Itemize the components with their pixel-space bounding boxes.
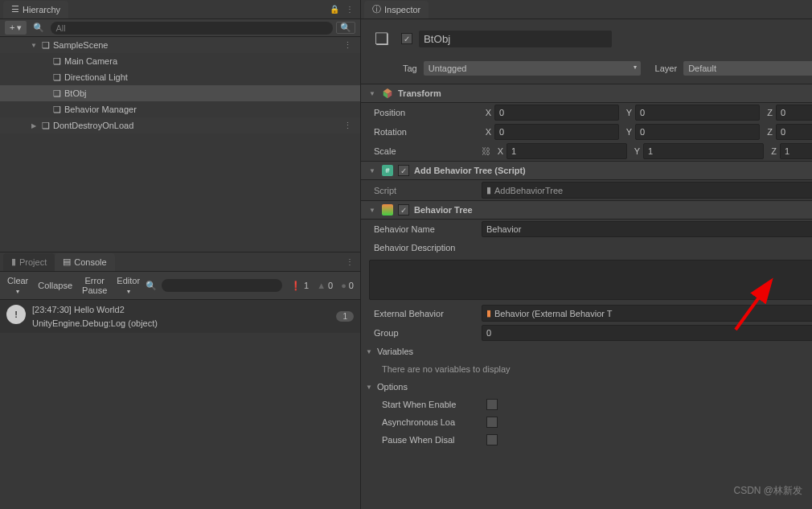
scale-label: Scale xyxy=(369,146,482,156)
inspector-tab[interactable]: ⓘ Inspector xyxy=(364,1,429,18)
console-body[interactable]: ! [23:47:30] Hello World2 UnityEngine.De… xyxy=(0,300,360,509)
inspector-tab-label: Inspector xyxy=(384,5,420,14)
gameobject-name: Behavior Manager xyxy=(64,105,137,114)
external-behavior-field[interactable]: ▮ Behavior (External Behavior T ⊙ xyxy=(482,305,812,322)
foldout-icon[interactable]: ▼ xyxy=(367,167,377,174)
script-value: AddBehaviorTree xyxy=(494,186,563,195)
info-toggle[interactable]: ❗ 1 xyxy=(287,281,312,291)
scl-z-input[interactable] xyxy=(780,143,812,159)
options-label: Options xyxy=(377,382,408,392)
behavior-asset-icon: ▮ xyxy=(486,308,491,318)
gameobject-name: Main Camera xyxy=(64,56,117,66)
object-name-field[interactable] xyxy=(419,31,612,47)
foldout-icon[interactable]: ▼ xyxy=(367,207,377,214)
console-tab[interactable]: ▤ Console xyxy=(55,253,114,271)
z-label: Z xyxy=(763,127,773,137)
console-icon: ▤ xyxy=(63,257,71,267)
options-foldout[interactable]: ▼ Options xyxy=(361,378,812,396)
unity-icon: ❏ xyxy=(42,40,50,51)
scene-menu-icon[interactable]: ⋮ xyxy=(343,40,357,51)
editor-button[interactable]: Editor xyxy=(113,273,144,298)
z-label: Z xyxy=(767,146,777,156)
collapse-button[interactable]: Collapse xyxy=(34,278,76,293)
transform-icon xyxy=(382,88,393,99)
unity-icon: ❏ xyxy=(42,121,50,131)
x-label: X xyxy=(494,146,503,156)
behavior-desc-input[interactable] xyxy=(369,260,812,300)
pos-z-input[interactable] xyxy=(776,105,812,121)
script-label: Script xyxy=(369,186,482,195)
transform-header[interactable]: ▼ Transform ? ⇄ ⋮ xyxy=(361,84,812,103)
tag-dropdown[interactable]: Untagged xyxy=(424,61,641,76)
foldout-icon[interactable]: ▼ xyxy=(367,90,377,97)
variables-foldout[interactable]: ▼ Variables xyxy=(361,343,812,360)
pos-y-input[interactable] xyxy=(635,105,760,121)
transform-title: Transform xyxy=(398,88,812,98)
hierarchy-search[interactable] xyxy=(51,22,333,35)
menu-icon[interactable]: ⋮ xyxy=(342,5,357,14)
behaviortree-title: Behavior Tree xyxy=(414,205,812,215)
behaviortree-header[interactable]: ▼ Behavior Tree ? ⇄ ⋮ xyxy=(361,200,812,220)
opt2-checkbox[interactable] xyxy=(486,417,498,428)
scl-x-input[interactable] xyxy=(506,143,627,159)
rot-z-input[interactable] xyxy=(776,124,812,140)
scene-row[interactable]: ▼ ❏ SampleScene ⋮ xyxy=(0,37,360,53)
console-entry[interactable]: ! [23:47:30] Hello World2 UnityEngine.De… xyxy=(0,300,360,333)
clear-button[interactable]: Clear xyxy=(3,273,32,298)
hierarchy-tab[interactable]: ☰ Hierarchy xyxy=(3,1,68,18)
hierarchy-tab-label: Hierarchy xyxy=(23,5,60,14)
foldout-icon[interactable]: ▶ xyxy=(29,122,39,129)
hierarchy-icon: ☰ xyxy=(11,4,19,14)
link-icon[interactable]: ⛓ xyxy=(482,146,490,156)
gameobject-row[interactable]: ❏ Behavior Manager xyxy=(0,101,360,117)
dontdestroy-row[interactable]: ▶ ❏ DontDestroyOnLoad ⋮ xyxy=(0,117,360,133)
search-icon: 🔍 xyxy=(30,23,47,33)
info-count: 1 xyxy=(304,281,309,290)
lock-icon[interactable]: 🔒 xyxy=(326,5,342,14)
layer-dropdown[interactable]: Default xyxy=(683,61,812,76)
x-label: X xyxy=(482,108,491,117)
tag-label: Tag xyxy=(403,64,417,73)
foldout-icon: ▼ xyxy=(364,348,374,355)
position-label: Position xyxy=(369,108,482,117)
layer-label: Layer xyxy=(655,64,678,73)
scene-menu-icon[interactable]: ⋮ xyxy=(343,121,357,131)
search-clear-icon[interactable]: 🔍 xyxy=(336,22,355,34)
project-tab-label: Project xyxy=(19,257,47,267)
rot-y-input[interactable] xyxy=(635,124,760,140)
script-icon: # xyxy=(382,165,393,176)
scene-name: SampleScene xyxy=(53,40,109,50)
group-input[interactable] xyxy=(482,325,812,341)
active-checkbox[interactable] xyxy=(401,33,412,44)
cube-icon: ❏ xyxy=(53,56,61,67)
console-search[interactable] xyxy=(162,279,282,292)
gameobject-row[interactable]: ❏ Main Camera xyxy=(0,53,360,69)
cube-icon: ❏ xyxy=(53,88,61,99)
error-count: 0 xyxy=(349,281,354,290)
pos-x-input[interactable] xyxy=(494,105,619,121)
gameobject-row[interactable]: ❏ Directional Light xyxy=(0,69,360,85)
addbehavior-header[interactable]: ▼ # Add Behavior Tree (Script) ? ⇄ ⋮ xyxy=(361,161,812,180)
project-tab[interactable]: ▮ Project xyxy=(3,253,55,271)
external-value: Behavior (External Behavior T xyxy=(494,309,613,318)
opt1-label: Start When Enable xyxy=(382,400,486,409)
error-pause-button[interactable]: Error Pause xyxy=(78,273,111,298)
menu-icon[interactable]: ⋮ xyxy=(342,257,357,266)
enable-checkbox[interactable] xyxy=(398,204,409,216)
behavior-name-input[interactable] xyxy=(482,221,812,237)
variables-label: Variables xyxy=(377,347,413,356)
error-toggle[interactable]: ● 0 xyxy=(338,281,357,290)
folder-icon: ▮ xyxy=(11,257,16,267)
external-label: External Behavior xyxy=(369,309,482,318)
create-button[interactable]: + ▾ xyxy=(5,21,27,35)
warn-toggle[interactable]: ▲ 0 xyxy=(314,281,336,290)
hierarchy-tree[interactable]: ▼ ❏ SampleScene ⋮ ❏ Main Camera ❏ Direct… xyxy=(0,37,360,252)
gameobject-name: BtObj xyxy=(64,88,87,98)
gameobject-row-selected[interactable]: ❏ BtObj xyxy=(0,85,360,101)
scl-y-input[interactable] xyxy=(643,143,764,159)
opt1-checkbox[interactable] xyxy=(486,399,498,410)
rot-x-input[interactable] xyxy=(494,124,619,140)
opt3-checkbox[interactable] xyxy=(486,434,498,445)
enable-checkbox[interactable] xyxy=(398,165,409,176)
foldout-icon[interactable]: ▼ xyxy=(29,42,39,49)
